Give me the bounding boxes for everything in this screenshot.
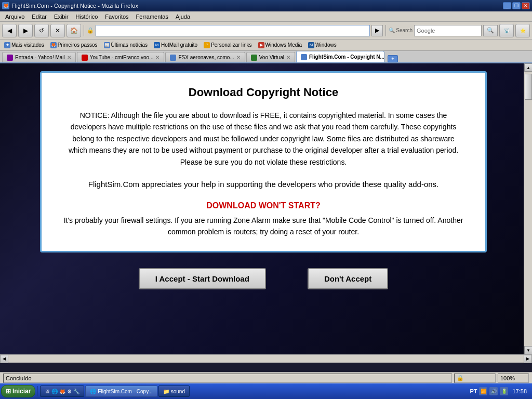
minimize-button[interactable]: _ (503, 2, 511, 9)
taskbar-item-label-flightsim: FlightSim.Com - Copy... (98, 389, 152, 394)
bookmark-label7: Windows (315, 42, 337, 48)
tab-label-youtube: YouTube - cmtFranco voo... (90, 55, 154, 60)
scroll-down-button[interactable]: ▼ (524, 346, 532, 354)
home-button[interactable]: 🏠 (66, 24, 81, 37)
stop-button[interactable]: ✕ (50, 24, 65, 37)
bookmark-star[interactable]: ⭐ (515, 24, 530, 37)
tray-icon-battery: 🔋 (500, 387, 508, 395)
notice-box: Download Copyright Notice NOTICE: Althou… (40, 71, 487, 252)
bookmark-icon7: M (308, 42, 314, 48)
bookmark-windows[interactable]: M Windows (306, 42, 339, 49)
back-button[interactable]: ◀ (2, 24, 17, 37)
start-button[interactable]: ⊞ Iniciar (1, 385, 35, 397)
tab-close-yahoo[interactable]: ✕ (67, 55, 71, 60)
bookmark-noticias[interactable]: 📰 Últimas notícias (102, 42, 150, 49)
search-label: 🔍 Search (389, 28, 413, 33)
window-controls[interactable]: _ ❐ ✕ (503, 2, 530, 9)
language-indicator: PT (470, 388, 477, 394)
feeds-button[interactable]: 📡 (499, 24, 514, 37)
bookmark-label2: Primeiros passos (58, 42, 98, 48)
notice-body-text: NOTICE: Although the file you are about … (62, 110, 464, 168)
window-title: FlightSim.Com - Copyright Notice - Mozil… (11, 3, 138, 9)
taskbar-separator (37, 386, 38, 396)
scroll-thumb[interactable] (525, 74, 532, 100)
system-tray: PT 📶 🔊 🔋 17:58 (470, 387, 531, 395)
accept-download-button[interactable]: I Accept - Start Download (139, 268, 266, 289)
browser-icon: 🦊 (2, 2, 9, 9)
scroll-right-button[interactable]: ▶ (524, 355, 532, 363)
status-zoom: 100% (498, 374, 529, 383)
bookmark-label6: Windows Media (265, 42, 302, 48)
tab-label-voo: Voo Virtual (259, 55, 284, 60)
tab-youtube[interactable]: YouTube - cmtFranco voo... ✕ (77, 52, 165, 62)
bookmark-icon6: ▶ (258, 42, 264, 48)
bookmark-label3: Últimas notícias (111, 42, 148, 48)
tray-icon-network: 📶 (479, 387, 487, 395)
taskbar-system-icon4: ⚙ (67, 389, 72, 394)
taskbar-icons-group[interactable]: 🖥 🌐 🦊 ⚙ 🔧 (40, 385, 84, 397)
taskbar-item-icon-flightsim: 🌐 (90, 389, 96, 394)
bookmark-icon3: 📰 (104, 42, 110, 48)
taskbar: ⊞ Iniciar 🖥 🌐 🦊 ⚙ 🔧 🌐 FlightSim.Com - Co… (0, 383, 532, 399)
tab-flightsim-active[interactable]: FlightSim.Com - Copyright N... ✕ (296, 51, 384, 62)
bookmark-label4: HotMail gratuito (161, 42, 197, 48)
restore-button[interactable]: ❐ (512, 2, 521, 9)
close-button[interactable]: ✕ (522, 2, 530, 9)
scroll-up-button[interactable]: ▲ (524, 63, 532, 72)
notice-title: Download Copyright Notice (62, 86, 464, 99)
bookmark-primeiros[interactable]: 🦊 Primeiros passos (48, 42, 100, 49)
reload-button[interactable]: ↺ (34, 24, 49, 37)
tab-close-fsx[interactable]: ✕ (236, 55, 241, 60)
tab-close-voo[interactable]: ✕ (286, 55, 290, 60)
title-bar-left: 🦊 FlightSim.Com - Copyright Notice - Moz… (2, 2, 138, 9)
decline-button[interactable]: Don't Accept (308, 268, 388, 289)
menu-editar[interactable]: Editar (29, 13, 50, 20)
browser-content: Download Copyright Notice NOTICE: Althou… (0, 63, 532, 354)
taskbar-system-icon3: 🦊 (59, 389, 65, 394)
bookmark-label: Mais visitados (11, 42, 44, 48)
tab-icon-yahoo (7, 55, 13, 61)
windows-logo-icon: ⊞ (6, 388, 11, 395)
new-tab-button[interactable]: + (388, 55, 398, 62)
tab-label-yahoo: Entrada - Yahoo! Mail (15, 55, 65, 60)
taskbar-system-icon2: 🌐 (51, 389, 58, 394)
status-text: Concluído (3, 374, 452, 383)
forward-button[interactable]: ▶ (18, 24, 33, 37)
tab-fsx[interactable]: FSX aeronaves, como... ✕ (165, 52, 245, 62)
bookmark-wmedia[interactable]: ▶ Windows Media (256, 42, 304, 49)
tab-close-youtube[interactable]: ✕ (155, 55, 159, 60)
menu-historico[interactable]: Histórico (73, 13, 101, 20)
nav-toolbar: ◀ ▶ ↺ ✕ 🏠 🔒 http://www.flightsim.com/kdl… (0, 22, 532, 39)
taskbar-item-sound[interactable]: 📁 sound (158, 385, 190, 397)
buttons-area: I Accept - Start Download Don't Accept (10, 263, 516, 300)
go-button[interactable]: ▶ (371, 25, 383, 36)
menu-arquivo[interactable]: Arquivo (2, 13, 28, 20)
menu-ferramentas[interactable]: Ferramentas (133, 13, 171, 20)
wont-start-heading: DOWNLOAD WON'T START? (62, 201, 464, 210)
scroll-left-button[interactable]: ◀ (0, 355, 8, 363)
start-label: Iniciar (12, 388, 31, 395)
tab-voo[interactable]: Voo Virtual ✕ (246, 52, 295, 62)
menu-bar: Arquivo Editar Exibir Histórico Favorito… (0, 11, 532, 22)
search-input[interactable] (414, 25, 482, 36)
tab-yahoo-mail[interactable]: Entrada - Yahoo! Mail ✕ (2, 52, 76, 62)
zoom-level: 100% (500, 375, 515, 381)
vertical-scrollbar[interactable]: ▲ ▼ (524, 63, 532, 354)
bookmark-mais-visitados[interactable]: ★ Mais visitados (2, 42, 46, 49)
bookmark-personalizar[interactable]: P Personalizar links (202, 42, 254, 49)
status-label: Concluído (6, 375, 32, 381)
scroll-track (524, 72, 532, 346)
bookmarks-bar: ★ Mais visitados 🦊 Primeiros passos 📰 Úl… (0, 39, 532, 51)
bookmark-icon4: M (154, 42, 160, 48)
taskbar-item-flightsim[interactable]: 🌐 FlightSim.Com - Copy... (85, 385, 157, 397)
firewall-text: It's probably your firewall settings. If… (62, 215, 464, 238)
title-bar: 🦊 FlightSim.Com - Copyright Notice - Moz… (0, 0, 532, 11)
bookmark-hotmail[interactable]: M HotMail gratuito (152, 42, 200, 49)
menu-ajuda[interactable]: Ajuda (172, 13, 193, 20)
address-input[interactable]: http://www.flightsim.com/kdl.php?fid=155… (96, 25, 370, 36)
search-button[interactable]: 🔍 (483, 25, 498, 36)
menu-exibir[interactable]: Exibir (51, 13, 72, 20)
tabs-bar: Entrada - Yahoo! Mail ✕ YouTube - cmtFra… (0, 51, 532, 63)
bookmark-icon2: 🦊 (50, 42, 57, 48)
menu-favoritos[interactable]: Favoritos (102, 13, 131, 20)
